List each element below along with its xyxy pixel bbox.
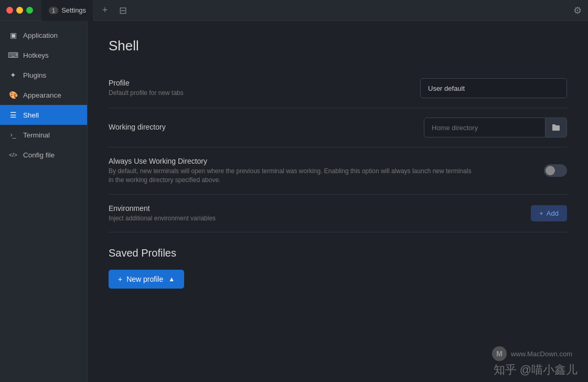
chinese-attribution: 知乎 @喵小鑫儿 xyxy=(494,362,578,378)
close-button[interactable] xyxy=(6,7,13,14)
sidebar-item-shell[interactable]: ☰ Shell xyxy=(0,105,87,125)
tab-actions: + ⊟ xyxy=(99,5,129,16)
sidebar-item-application[interactable]: ▣ Application xyxy=(0,25,87,45)
appearance-icon: 🎨 xyxy=(8,90,18,100)
tab-number: 1 xyxy=(49,7,58,14)
sidebar-item-plugins[interactable]: ✦ Plugins xyxy=(0,65,87,85)
plugins-icon: ✦ xyxy=(8,70,18,80)
tab-label: Settings xyxy=(61,6,86,14)
profile-setting-info: Profile Default profile for new tabs xyxy=(109,79,184,98)
sidebar-item-label: Config file xyxy=(23,151,55,159)
working-directory-input[interactable] xyxy=(424,118,546,137)
always-use-wd-label: Always Use Working Directory xyxy=(109,157,476,165)
sidebar-item-label: Hotkeys xyxy=(23,51,49,59)
sidebar: ▣ Application ⌨ Hotkeys ✦ Plugins 🎨 Appe… xyxy=(0,21,88,382)
settings-tab[interactable]: 1 Settings xyxy=(41,0,94,21)
sidebar-item-label: Shell xyxy=(23,111,39,119)
profile-desc: Default profile for new tabs xyxy=(109,89,184,98)
sidebar-item-config-file[interactable]: </> Config file xyxy=(0,145,87,165)
hotkeys-icon: ⌨ xyxy=(8,50,18,60)
watermark: M www.MacDown.com xyxy=(492,346,572,361)
profile-control: User default xyxy=(420,78,567,98)
add-tab-button[interactable]: + xyxy=(99,5,111,16)
profile-label: Profile xyxy=(109,79,184,87)
environment-label: Environment xyxy=(109,204,216,213)
main-content: Shell Profile Default profile for new ta… xyxy=(88,21,588,382)
gear-icon[interactable]: ⚙ xyxy=(573,5,582,16)
application-icon: ▣ xyxy=(8,30,18,40)
new-profile-button[interactable]: + New profile ▲ xyxy=(109,270,184,289)
environment-control: + Add xyxy=(531,205,567,221)
add-icon: + xyxy=(539,209,543,217)
saved-profiles-title: Saved Profiles xyxy=(109,247,567,259)
sidebar-item-label: Terminal xyxy=(23,131,50,139)
main-layout: ▣ Application ⌨ Hotkeys ✦ Plugins 🎨 Appe… xyxy=(0,21,588,382)
sidebar-item-label: Appearance xyxy=(23,91,61,99)
always-use-wd-desc: By default, new terminals will open wher… xyxy=(109,167,476,185)
always-use-wd-control xyxy=(544,164,567,177)
browse-button[interactable] xyxy=(546,118,567,137)
profile-setting-row: Profile Default profile for new tabs Use… xyxy=(109,69,567,108)
working-directory-row: Working directory xyxy=(109,108,567,147)
terminal-icon: ›_ xyxy=(8,130,18,140)
new-profile-caret-icon: ▲ xyxy=(168,275,175,283)
traffic-lights xyxy=(6,7,33,14)
layout-button[interactable]: ⊟ xyxy=(117,5,129,16)
sidebar-item-label: Application xyxy=(23,31,58,39)
maximize-button[interactable] xyxy=(26,7,33,14)
always-use-wd-row: Always Use Working Directory By default,… xyxy=(109,147,567,195)
shell-icon: ☰ xyxy=(8,110,18,120)
watermark-icon: M xyxy=(492,346,507,361)
environment-desc: Inject additional environment variables xyxy=(109,214,216,223)
page-title: Shell xyxy=(109,38,567,54)
add-environment-button[interactable]: + Add xyxy=(531,205,567,221)
tab-bar: 1 Settings + ⊟ xyxy=(41,0,573,21)
always-use-wd-info: Always Use Working Directory By default,… xyxy=(109,157,476,185)
sidebar-item-hotkeys[interactable]: ⌨ Hotkeys xyxy=(0,45,87,65)
watermark-url: www.MacDown.com xyxy=(511,350,572,358)
add-label: Add xyxy=(547,209,559,217)
always-use-wd-toggle[interactable] xyxy=(544,164,567,177)
environment-info: Environment Inject additional environmen… xyxy=(109,204,216,223)
minimize-button[interactable] xyxy=(16,7,23,14)
environment-row: Environment Inject additional environmen… xyxy=(109,195,567,233)
sidebar-item-terminal[interactable]: ›_ Terminal xyxy=(0,125,87,145)
new-profile-label: New profile xyxy=(126,275,163,283)
new-profile-plus-icon: + xyxy=(118,275,122,283)
profile-select[interactable]: User default xyxy=(420,78,567,98)
sidebar-item-label: Plugins xyxy=(23,71,46,79)
sidebar-item-appearance[interactable]: 🎨 Appearance xyxy=(0,85,87,105)
config-icon: </> xyxy=(8,150,18,160)
working-directory-info: Working directory xyxy=(109,123,166,133)
titlebar: 1 Settings + ⊟ ⚙ xyxy=(0,0,588,21)
working-directory-label: Working directory xyxy=(109,123,166,131)
working-directory-control xyxy=(424,118,567,137)
